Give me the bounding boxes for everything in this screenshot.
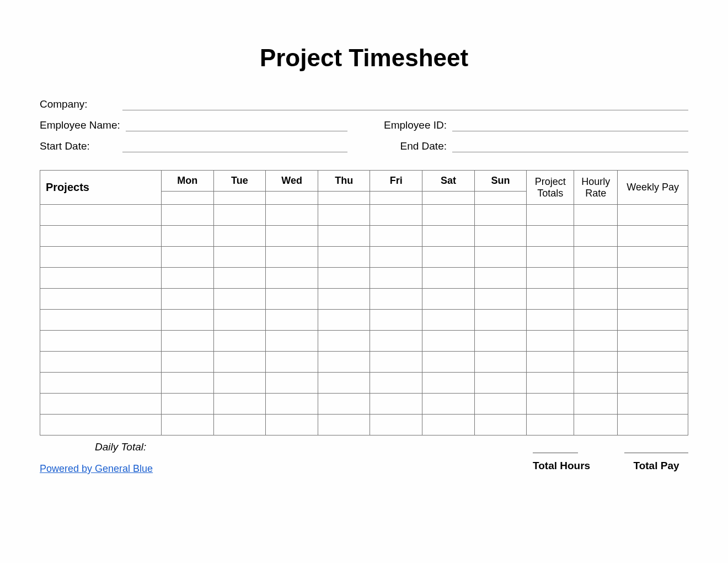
table-cell[interactable]: [422, 352, 475, 373]
table-cell[interactable]: [370, 352, 422, 373]
cell-input[interactable]: [266, 205, 318, 225]
cell-input[interactable]: [40, 205, 161, 225]
table-cell[interactable]: [422, 226, 475, 247]
table-cell[interactable]: [266, 289, 318, 310]
cell-input[interactable]: [214, 205, 266, 225]
table-cell[interactable]: [618, 289, 688, 310]
cell-input[interactable]: [318, 373, 370, 393]
cell-input[interactable]: [527, 247, 574, 267]
table-cell[interactable]: [527, 247, 574, 268]
table-cell[interactable]: [162, 247, 214, 268]
cell-input[interactable]: [162, 310, 213, 330]
date-cell[interactable]: [318, 192, 370, 205]
date-cell[interactable]: [370, 192, 422, 205]
cell-input[interactable]: [266, 373, 318, 393]
cell-input[interactable]: [527, 394, 574, 414]
cell-input[interactable]: [370, 415, 422, 435]
start-date-field[interactable]: [122, 139, 347, 152]
table-cell[interactable]: [527, 331, 574, 352]
cell-input[interactable]: [266, 331, 318, 351]
date-cell[interactable]: [213, 192, 266, 205]
cell-input[interactable]: [162, 352, 213, 372]
cell-input[interactable]: [370, 247, 422, 267]
table-cell[interactable]: [40, 268, 162, 289]
cell-input[interactable]: [266, 394, 318, 414]
cell-input[interactable]: [40, 352, 161, 372]
date-cell[interactable]: [474, 192, 527, 205]
cell-input[interactable]: [475, 331, 527, 351]
table-cell[interactable]: [213, 247, 266, 268]
table-cell[interactable]: [618, 247, 688, 268]
cell-input[interactable]: [370, 310, 422, 330]
table-cell[interactable]: [370, 331, 422, 352]
cell-input[interactable]: [618, 331, 688, 351]
cell-input[interactable]: [618, 226, 688, 246]
cell-input[interactable]: [618, 247, 688, 267]
table-cell[interactable]: [266, 352, 318, 373]
cell-input[interactable]: [162, 331, 213, 351]
total-hours-field[interactable]: [533, 439, 578, 453]
table-cell[interactable]: [574, 352, 618, 373]
cell-input[interactable]: [422, 415, 474, 435]
cell-input[interactable]: [527, 310, 574, 330]
table-cell[interactable]: [474, 310, 527, 331]
table-cell[interactable]: [162, 373, 214, 394]
table-cell[interactable]: [162, 310, 214, 331]
table-cell[interactable]: [213, 331, 266, 352]
table-cell[interactable]: [618, 310, 688, 331]
table-cell[interactable]: [40, 247, 162, 268]
date-cell[interactable]: [266, 192, 318, 205]
table-cell[interactable]: [527, 415, 574, 435]
cell-input[interactable]: [618, 394, 688, 414]
table-cell[interactable]: [574, 268, 618, 289]
table-cell[interactable]: [370, 289, 422, 310]
table-cell[interactable]: [474, 247, 527, 268]
cell-input[interactable]: [40, 247, 161, 267]
table-cell[interactable]: [527, 205, 574, 226]
cell-input[interactable]: [574, 247, 617, 267]
cell-input[interactable]: [370, 373, 422, 393]
company-field[interactable]: [122, 97, 688, 110]
cell-input[interactable]: [422, 226, 474, 246]
cell-input[interactable]: [475, 247, 527, 267]
cell-input[interactable]: [574, 226, 617, 246]
cell-input[interactable]: [370, 331, 422, 351]
employee-name-field[interactable]: [126, 118, 347, 131]
date-input[interactable]: [162, 192, 213, 204]
table-cell[interactable]: [266, 268, 318, 289]
table-cell[interactable]: [40, 415, 162, 435]
cell-input[interactable]: [40, 268, 161, 288]
table-cell[interactable]: [266, 310, 318, 331]
cell-input[interactable]: [370, 226, 422, 246]
table-cell[interactable]: [40, 373, 162, 394]
cell-input[interactable]: [266, 310, 318, 330]
table-cell[interactable]: [370, 226, 422, 247]
cell-input[interactable]: [266, 226, 318, 246]
cell-input[interactable]: [214, 289, 266, 309]
cell-input[interactable]: [422, 352, 474, 372]
cell-input[interactable]: [422, 331, 474, 351]
cell-input[interactable]: [40, 310, 161, 330]
cell-input[interactable]: [527, 352, 574, 372]
table-cell[interactable]: [527, 352, 574, 373]
table-cell[interactable]: [527, 373, 574, 394]
table-cell[interactable]: [40, 226, 162, 247]
cell-input[interactable]: [574, 268, 617, 288]
cell-input[interactable]: [214, 373, 266, 393]
table-cell[interactable]: [474, 352, 527, 373]
cell-input[interactable]: [422, 289, 474, 309]
table-cell[interactable]: [318, 226, 370, 247]
table-cell[interactable]: [474, 331, 527, 352]
cell-input[interactable]: [527, 289, 574, 309]
table-cell[interactable]: [40, 331, 162, 352]
cell-input[interactable]: [370, 394, 422, 414]
cell-input[interactable]: [422, 268, 474, 288]
table-cell[interactable]: [370, 310, 422, 331]
cell-input[interactable]: [574, 205, 617, 225]
table-cell[interactable]: [618, 415, 688, 435]
powered-link[interactable]: Powered by General Blue: [40, 463, 153, 474]
table-cell[interactable]: [266, 205, 318, 226]
table-cell[interactable]: [162, 394, 214, 415]
cell-input[interactable]: [475, 289, 527, 309]
table-cell[interactable]: [213, 394, 266, 415]
